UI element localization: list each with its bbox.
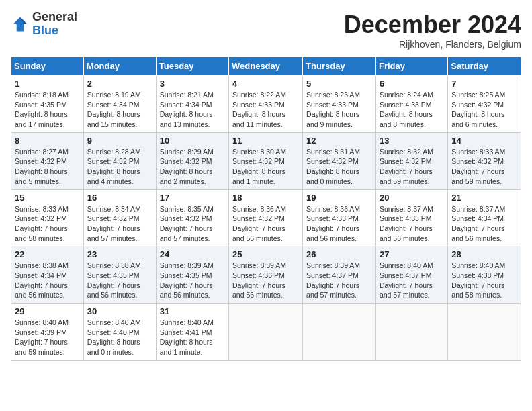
day-number: 13 [380, 136, 444, 146]
day-info: Sunrise: 8:30 AMSunset: 4:32 PMDaylight:… [232, 147, 299, 187]
day-number: 1 [15, 79, 80, 89]
calendar-cell: 25Sunrise: 8:39 AMSunset: 4:36 PMDayligh… [229, 246, 303, 304]
calendar-cell: 10Sunrise: 8:29 AMSunset: 4:32 PMDayligh… [156, 132, 228, 189]
calendar-cell: 18Sunrise: 8:36 AMSunset: 4:32 PMDayligh… [229, 189, 303, 246]
calendar-cell [303, 304, 376, 361]
day-number: 29 [15, 306, 80, 316]
calendar-cell: 13Sunrise: 8:32 AMSunset: 4:32 PMDayligh… [375, 132, 447, 189]
day-number: 27 [380, 249, 444, 259]
calendar-cell: 30Sunrise: 8:40 AMSunset: 4:40 PMDayligh… [83, 304, 156, 361]
calendar-cell [448, 304, 521, 361]
day-info: Sunrise: 8:23 AMSunset: 4:33 PMDaylight:… [306, 90, 372, 130]
day-number: 15 [15, 193, 80, 203]
day-number: 5 [306, 79, 372, 89]
day-number: 24 [160, 249, 225, 259]
calendar-cell: 22Sunrise: 8:38 AMSunset: 4:34 PMDayligh… [11, 246, 84, 304]
logo-general-text: General [32, 10, 77, 24]
day-number: 16 [87, 193, 152, 203]
day-info: Sunrise: 8:33 AMSunset: 4:32 PMDaylight:… [451, 147, 517, 187]
day-number: 20 [380, 193, 444, 203]
calendar-cell: 27Sunrise: 8:40 AMSunset: 4:37 PMDayligh… [375, 246, 447, 304]
day-info: Sunrise: 8:24 AMSunset: 4:33 PMDaylight:… [380, 90, 444, 130]
calendar-cell: 23Sunrise: 8:38 AMSunset: 4:35 PMDayligh… [83, 246, 156, 304]
day-number: 6 [380, 79, 444, 89]
day-info: Sunrise: 8:39 AMSunset: 4:35 PMDaylight:… [160, 261, 225, 300]
day-info: Sunrise: 8:37 AMSunset: 4:34 PMDaylight:… [451, 204, 517, 244]
day-info: Sunrise: 8:27 AMSunset: 4:32 PMDaylight:… [15, 147, 80, 187]
weekday-header: Saturday [448, 57, 521, 76]
calendar-cell: 14Sunrise: 8:33 AMSunset: 4:32 PMDayligh… [448, 132, 521, 189]
calendar-week-row: 15Sunrise: 8:33 AMSunset: 4:32 PMDayligh… [11, 189, 521, 246]
day-info: Sunrise: 8:33 AMSunset: 4:32 PMDaylight:… [15, 204, 80, 244]
day-info: Sunrise: 8:29 AMSunset: 4:32 PMDaylight:… [160, 147, 225, 187]
calendar-cell: 2Sunrise: 8:19 AMSunset: 4:34 PMDaylight… [83, 76, 156, 133]
day-info: Sunrise: 8:18 AMSunset: 4:35 PMDaylight:… [15, 90, 80, 130]
day-info: Sunrise: 8:21 AMSunset: 4:34 PMDaylight:… [160, 90, 225, 130]
day-number: 21 [451, 193, 517, 203]
weekday-header: Friday [375, 57, 447, 76]
day-number: 12 [306, 136, 372, 146]
day-info: Sunrise: 8:28 AMSunset: 4:32 PMDaylight:… [87, 147, 152, 187]
weekday-header: Sunday [11, 57, 84, 76]
calendar-cell [229, 304, 303, 361]
day-number: 18 [232, 193, 299, 203]
day-number: 10 [160, 136, 225, 146]
calendar-subtitle: Rijkhoven, Flanders, Belgium [344, 39, 521, 50]
weekday-header: Wednesday [229, 57, 303, 76]
day-info: Sunrise: 8:40 AMSunset: 4:38 PMDaylight:… [451, 261, 517, 300]
day-info: Sunrise: 8:38 AMSunset: 4:35 PMDaylight:… [87, 261, 152, 300]
day-info: Sunrise: 8:35 AMSunset: 4:32 PMDaylight:… [160, 204, 225, 244]
day-number: 7 [451, 79, 517, 89]
calendar-week-row: 8Sunrise: 8:27 AMSunset: 4:32 PMDaylight… [11, 132, 521, 189]
day-info: Sunrise: 8:36 AMSunset: 4:32 PMDaylight:… [232, 204, 299, 244]
day-number: 31 [160, 306, 225, 316]
logo: General Blue [11, 11, 77, 38]
day-number: 26 [306, 249, 372, 259]
calendar-cell: 15Sunrise: 8:33 AMSunset: 4:32 PMDayligh… [11, 189, 84, 246]
calendar-cell: 20Sunrise: 8:37 AMSunset: 4:33 PMDayligh… [375, 189, 447, 246]
day-info: Sunrise: 8:32 AMSunset: 4:32 PMDaylight:… [380, 147, 444, 187]
day-info: Sunrise: 8:36 AMSunset: 4:33 PMDaylight:… [306, 204, 372, 244]
day-number: 4 [232, 79, 299, 89]
calendar-cell: 21Sunrise: 8:37 AMSunset: 4:34 PMDayligh… [448, 189, 521, 246]
calendar-cell [375, 304, 447, 361]
day-info: Sunrise: 8:40 AMSunset: 4:40 PMDaylight:… [87, 318, 152, 357]
calendar-title: December 2024 [344, 11, 521, 39]
day-info: Sunrise: 8:25 AMSunset: 4:32 PMDaylight:… [451, 90, 517, 130]
day-number: 28 [451, 249, 517, 259]
day-number: 11 [232, 136, 299, 146]
logo-blue-text: Blue [32, 24, 58, 37]
day-info: Sunrise: 8:37 AMSunset: 4:33 PMDaylight:… [380, 204, 444, 244]
day-info: Sunrise: 8:39 AMSunset: 4:37 PMDaylight:… [306, 261, 372, 300]
weekday-header: Monday [83, 57, 156, 76]
calendar-week-row: 22Sunrise: 8:38 AMSunset: 4:34 PMDayligh… [11, 246, 521, 304]
calendar-table: SundayMondayTuesdayWednesdayThursdayFrid… [11, 56, 521, 361]
day-number: 23 [87, 249, 152, 259]
calendar-header-row: SundayMondayTuesdayWednesdayThursdayFrid… [11, 57, 521, 76]
calendar-cell: 31Sunrise: 8:40 AMSunset: 4:41 PMDayligh… [156, 304, 228, 361]
calendar-cell: 4Sunrise: 8:22 AMSunset: 4:33 PMDaylight… [229, 76, 303, 133]
calendar-cell: 16Sunrise: 8:34 AMSunset: 4:32 PMDayligh… [83, 189, 156, 246]
calendar-cell: 28Sunrise: 8:40 AMSunset: 4:38 PMDayligh… [448, 246, 521, 304]
day-number: 14 [451, 136, 517, 146]
day-number: 30 [87, 306, 152, 316]
calendar-cell: 6Sunrise: 8:24 AMSunset: 4:33 PMDaylight… [375, 76, 447, 133]
day-number: 9 [87, 136, 152, 146]
calendar-cell: 7Sunrise: 8:25 AMSunset: 4:32 PMDaylight… [448, 76, 521, 133]
weekday-header: Thursday [303, 57, 376, 76]
day-info: Sunrise: 8:39 AMSunset: 4:36 PMDaylight:… [232, 261, 299, 300]
day-info: Sunrise: 8:40 AMSunset: 4:37 PMDaylight:… [380, 261, 444, 300]
title-block: December 2024 Rijkhoven, Flanders, Belgi… [344, 11, 521, 50]
day-info: Sunrise: 8:38 AMSunset: 4:34 PMDaylight:… [15, 261, 80, 300]
day-info: Sunrise: 8:40 AMSunset: 4:39 PMDaylight:… [15, 318, 80, 357]
calendar-cell: 8Sunrise: 8:27 AMSunset: 4:32 PMDaylight… [11, 132, 84, 189]
day-number: 22 [15, 249, 80, 259]
page-header: General Blue December 2024 Rijkhoven, Fl… [11, 11, 521, 50]
calendar-cell: 11Sunrise: 8:30 AMSunset: 4:32 PMDayligh… [229, 132, 303, 189]
calendar-cell: 29Sunrise: 8:40 AMSunset: 4:39 PMDayligh… [11, 304, 84, 361]
calendar-cell: 1Sunrise: 8:18 AMSunset: 4:35 PMDaylight… [11, 76, 84, 133]
day-number: 2 [87, 79, 152, 89]
day-number: 3 [160, 79, 225, 89]
calendar-cell: 5Sunrise: 8:23 AMSunset: 4:33 PMDaylight… [303, 76, 376, 133]
calendar-cell: 24Sunrise: 8:39 AMSunset: 4:35 PMDayligh… [156, 246, 228, 304]
